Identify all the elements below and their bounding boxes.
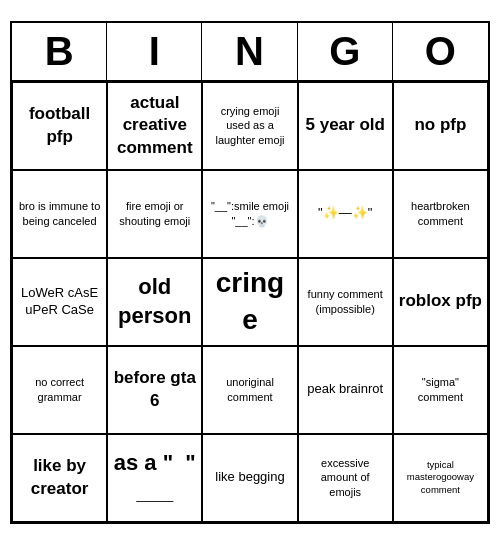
bingo-cell-5: bro is immune to being canceled [12,170,107,258]
bingo-cell-0: football pfp [12,82,107,170]
bingo-cell-text-7: "__":smile emoji "__":💀 [208,199,291,228]
bingo-cell-text-19: "sigma" comment [399,375,482,404]
bingo-cell-12: cringe [202,258,297,346]
bingo-grid: football pfpactual creative commentcryin… [12,82,488,522]
bingo-cell-18: peak brainrot [298,346,393,434]
bingo-card: BINGO football pfpactual creative commen… [10,21,490,524]
bingo-cell-10: LoWeR cAsE uPeR CaSe [12,258,107,346]
bingo-cell-text-14: roblox pfp [399,290,482,312]
bingo-cell-24: typical masterogooway comment [393,434,488,522]
bingo-letter-O: O [393,23,488,80]
bingo-cell-text-16: before gta 6 [113,367,196,411]
bingo-cell-17: unoriginal comment [202,346,297,434]
bingo-cell-text-0: football pfp [18,103,101,147]
bingo-cell-4: no pfp [393,82,488,170]
bingo-cell-text-21: as a " " ___ [114,449,196,506]
bingo-cell-2: crying emoji used as a laughter emoji [202,82,297,170]
bingo-cell-text-13: funny comment (impossible) [304,287,387,316]
bingo-cell-20: like by creator [12,434,107,522]
bingo-cell-text-2: crying emoji used as a laughter emoji [208,104,291,147]
bingo-cell-text-11: old person [113,273,196,330]
bingo-cell-19: "sigma" comment [393,346,488,434]
bingo-cell-text-6: fire emoji or shouting emoji [113,199,196,228]
bingo-cell-14: roblox pfp [393,258,488,346]
bingo-letter-I: I [107,23,202,80]
bingo-cell-16: before gta 6 [107,346,202,434]
bingo-cell-3: 5 year old [298,82,393,170]
bingo-cell-text-8: "✨—✨" [318,205,372,222]
bingo-cell-text-3: 5 year old [306,114,385,136]
bingo-cell-22: like begging [202,434,297,522]
bingo-header: BINGO [12,23,488,82]
bingo-cell-21: as a " " ___ [107,434,202,522]
bingo-cell-9: heartbroken comment [393,170,488,258]
bingo-cell-text-1: actual creative comment [113,92,196,158]
bingo-cell-text-15: no correct grammar [18,375,101,404]
bingo-cell-23: excessive amount of emojis [298,434,393,522]
bingo-cell-8: "✨—✨" [298,170,393,258]
bingo-cell-text-20: like by creator [18,455,101,499]
bingo-cell-7: "__":smile emoji "__":💀 [202,170,297,258]
bingo-cell-text-5: bro is immune to being canceled [18,199,101,228]
bingo-letter-N: N [202,23,297,80]
bingo-cell-13: funny comment (impossible) [298,258,393,346]
bingo-cell-text-18: peak brainrot [307,381,383,398]
bingo-cell-text-9: heartbroken comment [399,199,482,228]
bingo-cell-1: actual creative comment [107,82,202,170]
bingo-cell-text-24: typical masterogooway comment [399,459,482,496]
bingo-cell-text-10: LoWeR cAsE uPeR CaSe [18,285,101,319]
bingo-cell-15: no correct grammar [12,346,107,434]
bingo-cell-text-12: cringe [208,265,291,338]
bingo-cell-text-4: no pfp [414,114,466,136]
bingo-letter-B: B [12,23,107,80]
bingo-cell-text-22: like begging [215,469,284,486]
bingo-cell-6: fire emoji or shouting emoji [107,170,202,258]
bingo-letter-G: G [298,23,393,80]
bingo-cell-11: old person [107,258,202,346]
bingo-cell-text-17: unoriginal comment [208,375,291,404]
bingo-cell-text-23: excessive amount of emojis [304,456,387,499]
